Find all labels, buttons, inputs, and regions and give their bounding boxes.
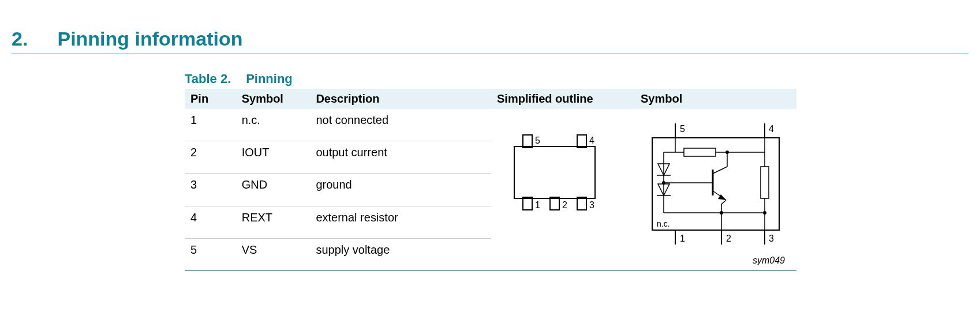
header-outline: Simplified outline <box>491 89 635 109</box>
symbol-ref: sym049 <box>641 255 791 266</box>
outline-pin2-label: 2 <box>562 200 567 210</box>
cell-symbol: n.c. <box>236 109 311 141</box>
svg-rect-4 <box>550 197 559 210</box>
outline-pin3-label: 3 <box>589 200 594 210</box>
table-caption-title: Pinning <box>246 72 293 86</box>
cell-description: output current <box>310 141 491 174</box>
symbol-pin5-label: 5 <box>680 124 685 134</box>
cell-symbol: REXT <box>236 206 311 238</box>
simplified-outline-diagram: 5 4 1 2 3 <box>497 121 612 224</box>
outline-pin5-label: 5 <box>535 136 540 145</box>
outline-pin1-label: 1 <box>535 200 540 210</box>
svg-line-33 <box>713 167 727 174</box>
content-area: Table 2. Pinning Pin Symbol Description … <box>185 72 796 271</box>
section-number: 2. <box>12 28 52 50</box>
symbol-pin2-label: 2 <box>726 234 731 243</box>
outline-pin4-label: 4 <box>589 136 594 145</box>
symbol-diagram: 5 4 1 2 3 <box>641 121 791 253</box>
cell-symbol: GND <box>236 174 311 206</box>
svg-rect-2 <box>577 135 586 148</box>
svg-rect-19 <box>761 167 769 198</box>
cell-symbol: IOUT <box>236 141 311 174</box>
cell-pin: 2 <box>185 141 236 174</box>
svg-rect-1 <box>523 135 532 148</box>
cell-description: external resistor <box>310 206 491 238</box>
table-row: 1 n.c. not connected 5 <box>185 109 796 141</box>
cell-pin: 4 <box>185 206 236 238</box>
cell-description: supply voltage <box>310 238 491 270</box>
table-caption-label: Table 2. <box>185 72 242 86</box>
svg-rect-14 <box>684 148 716 156</box>
cell-description: ground <box>310 174 491 206</box>
svg-rect-3 <box>523 197 532 210</box>
cell-pin: 5 <box>185 238 236 270</box>
symbol-pin4-label: 4 <box>769 124 774 134</box>
section-title: Pinning information <box>57 28 242 50</box>
header-description: Description <box>310 89 491 109</box>
section-heading: 2. Pinning information <box>12 28 968 54</box>
header-symbol: Symbol <box>236 89 311 109</box>
table-caption: Table 2. Pinning <box>185 72 796 86</box>
cell-pin: 1 <box>185 109 236 141</box>
simplified-outline-cell: 5 4 1 2 3 <box>491 109 635 271</box>
svg-point-28 <box>763 211 766 215</box>
svg-point-32 <box>662 181 665 185</box>
symbol-diagram-cell: 5 4 1 2 3 <box>635 109 796 271</box>
cell-description: not connected <box>310 109 491 141</box>
svg-line-38 <box>721 200 726 204</box>
svg-rect-0 <box>514 146 595 198</box>
header-pin: Pin <box>185 89 236 109</box>
symbol-nc-label: n.c. <box>657 219 670 228</box>
pinning-table: Pin Symbol Description Simplified outlin… <box>185 89 796 271</box>
cell-pin: 3 <box>185 174 236 206</box>
svg-rect-5 <box>577 197 586 210</box>
cell-symbol: VS <box>236 238 311 270</box>
symbol-pin3-label: 3 <box>769 234 774 243</box>
symbol-pin1-label: 1 <box>680 234 685 243</box>
header-symbol2: Symbol <box>635 89 796 109</box>
